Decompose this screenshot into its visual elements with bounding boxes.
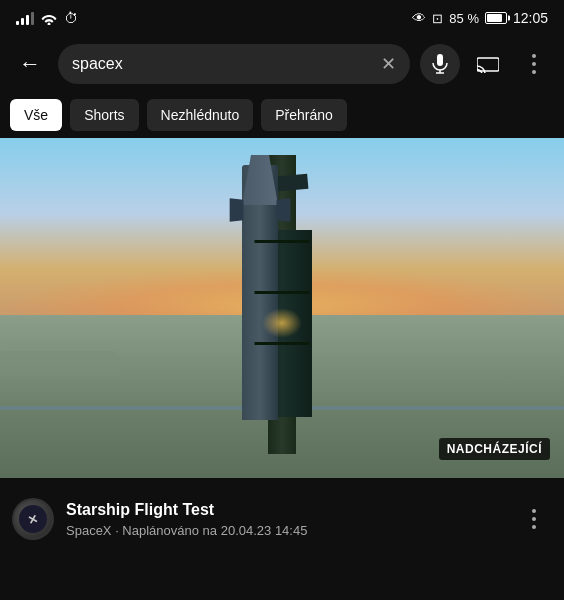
back-button[interactable]: ←	[12, 46, 48, 82]
search-query: spacex	[72, 55, 373, 73]
search-bar: ← spacex ✕	[0, 36, 564, 92]
timer-icon: ⏱	[64, 10, 78, 26]
filter-tab-unwatched[interactable]: Nezhlédnuto	[147, 99, 254, 131]
clear-search-icon[interactable]: ✕	[381, 53, 396, 75]
filter-tab-all[interactable]: Vše	[10, 99, 62, 131]
layers-icon: ⊡	[432, 11, 443, 26]
avatar-inner: ✕	[14, 500, 52, 538]
eye-icon: 👁	[412, 10, 426, 26]
svg-rect-0	[437, 54, 443, 66]
video-meta: SpaceX · Naplánováno na 20.04.23 14:45	[66, 523, 504, 538]
video-info-row: ✕ Starship Flight Test SpaceX · Naplánov…	[0, 478, 564, 560]
filter-tab-shorts[interactable]: Shorts	[70, 99, 138, 131]
battery-percent: 85 %	[449, 11, 479, 26]
status-bar: ⏱ 👁 ⊡ 85 % 12:05	[0, 0, 564, 36]
video-thumbnail: NADCHÁZEJÍCÍ	[0, 138, 564, 478]
time-display: 12:05	[513, 10, 548, 26]
video-title: Starship Flight Test	[66, 500, 504, 519]
video-details: Starship Flight Test SpaceX · Naplánován…	[66, 500, 504, 538]
video-thumbnail-container[interactable]: NADCHÁZEJÍCÍ	[0, 138, 564, 478]
svg-rect-3	[477, 58, 499, 71]
upcoming-badge: NADCHÁZEJÍCÍ	[439, 438, 550, 460]
more-options-icon	[532, 54, 536, 74]
filter-tab-watched[interactable]: Přehráno	[261, 99, 347, 131]
cast-button[interactable]	[470, 46, 506, 82]
cast-icon	[477, 55, 499, 73]
channel-avatar[interactable]: ✕	[12, 498, 54, 540]
video-more-icon	[532, 509, 536, 529]
more-options-button[interactable]	[516, 46, 552, 82]
search-input-container[interactable]: spacex ✕	[58, 44, 410, 84]
status-left: ⏱	[16, 10, 78, 26]
mic-icon	[431, 54, 449, 74]
status-right: 👁 ⊡ 85 % 12:05	[412, 10, 548, 26]
battery-icon	[485, 12, 507, 24]
mic-button[interactable]	[420, 44, 460, 84]
video-more-button[interactable]	[516, 501, 552, 537]
back-arrow-icon: ←	[19, 51, 41, 77]
signal-icon	[16, 11, 34, 25]
filter-tabs: Vše Shorts Nezhlédnuto Přehráno	[0, 92, 564, 138]
wifi-icon	[40, 11, 58, 25]
